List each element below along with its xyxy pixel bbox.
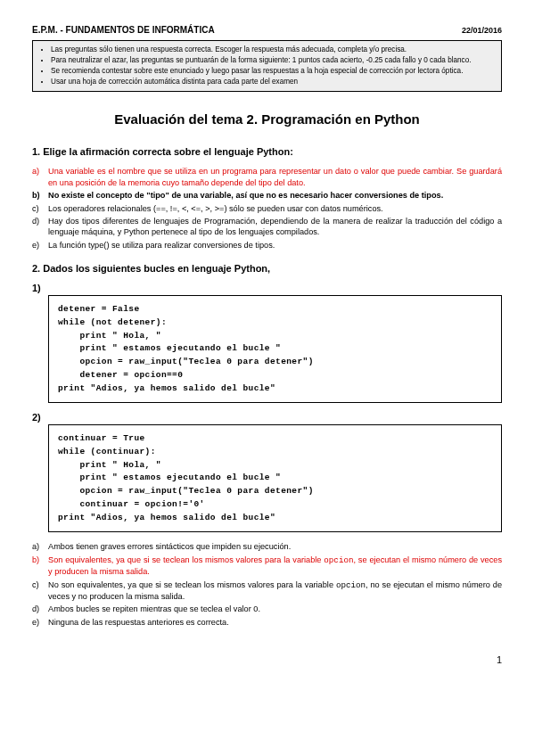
- instruction-item: Se recomienda contestar sobre este enunc…: [51, 66, 496, 76]
- page-header: E.P.M. - FUNDAMENTOS DE INFORMÁTICA 22/0…: [32, 25, 502, 35]
- option-text: Ambos bucles se repiten mientras que se …: [48, 604, 260, 614]
- snippet-2-label: 2): [32, 412, 502, 423]
- code-snippet-1: detener = False while (not detener): pri…: [48, 295, 502, 403]
- code-var: opcion: [324, 555, 353, 565]
- exam-title: Evaluación del tema 2. Programación en P…: [32, 111, 502, 127]
- option-c: c) No son equivalentes, ya que si se tec…: [32, 579, 502, 603]
- option-label: a): [32, 166, 48, 188]
- option-c: c) Los operadores relacionales (==, !=, …: [32, 203, 502, 214]
- option-label: c): [32, 203, 48, 214]
- instruction-item: Usar una hoja de corrección automática d…: [51, 77, 496, 86]
- snippet-1-label: 1): [32, 283, 502, 293]
- option-b: b) Son equivalentes, ya que si se teclea…: [32, 555, 502, 578]
- option-label: d): [32, 216, 48, 238]
- question-2-head: 2. Dados los siguientes bucles en lengua…: [32, 263, 502, 274]
- option-label: c): [32, 579, 48, 603]
- option-label: b): [32, 190, 48, 201]
- option-e: e) Ninguna de las respuestas anteriores …: [32, 617, 502, 628]
- option-a: a) Una variable es el nombre que se util…: [32, 166, 502, 188]
- question-1-head: 1. Elige la afirmación correcta sobre el…: [32, 146, 502, 157]
- option-text: Son equivalentes, ya que si se teclean l…: [48, 555, 502, 578]
- instruction-item: Para neutralizar el azar, las preguntas …: [51, 55, 496, 65]
- option-text: Ninguna de las respuestas anteriores es …: [48, 617, 229, 628]
- option-label: d): [32, 604, 48, 614]
- option-e: e) La función type() se utiliza para rea…: [32, 240, 502, 251]
- exam-date: 22/01/2016: [462, 26, 502, 35]
- option-text: No son equivalentes, ya que si se teclea…: [48, 579, 502, 603]
- course-title: E.P.M. - FUNDAMENTOS DE INFORMÁTICA: [32, 25, 215, 35]
- instructions-list: Las preguntas sólo tienen una respuesta …: [38, 45, 496, 86]
- option-label: a): [32, 541, 48, 552]
- option-label: b): [32, 555, 48, 578]
- option-text: Una variable es el nombre que se utiliza…: [48, 166, 502, 188]
- question-1-options: a) Una variable es el nombre que se util…: [32, 166, 502, 251]
- option-d: d) Ambos bucles se repiten mientras que …: [32, 604, 502, 614]
- code-snippet-2: continuar = True while (continuar): prin…: [48, 424, 502, 532]
- page-number: 1: [32, 654, 502, 665]
- code-var: opcion: [336, 580, 366, 590]
- option-d: d) Hay dos tipos diferentes de lenguajes…: [32, 216, 502, 238]
- option-text: Ambos tienen graves errores sintácticos …: [48, 541, 291, 552]
- option-text: Hay dos tipos diferentes de lenguajes de…: [48, 216, 502, 238]
- option-label: e): [32, 617, 48, 628]
- option-text: Los operadores relacionales (==, !=, <, …: [48, 203, 383, 214]
- option-text: La función type() se utiliza para realiz…: [48, 240, 275, 251]
- option-label: e): [32, 240, 48, 251]
- instructions-box: Las preguntas sólo tienen una respuesta …: [32, 40, 502, 92]
- instruction-item: Las preguntas sólo tienen una respuesta …: [51, 45, 496, 54]
- option-a: a) Ambos tienen graves errores sintáctic…: [32, 541, 502, 552]
- option-text: No existe el concepto de "tipo" de una v…: [48, 190, 443, 201]
- question-2-options: a) Ambos tienen graves errores sintáctic…: [32, 541, 502, 628]
- option-b: b) No existe el concepto de "tipo" de un…: [32, 190, 502, 201]
